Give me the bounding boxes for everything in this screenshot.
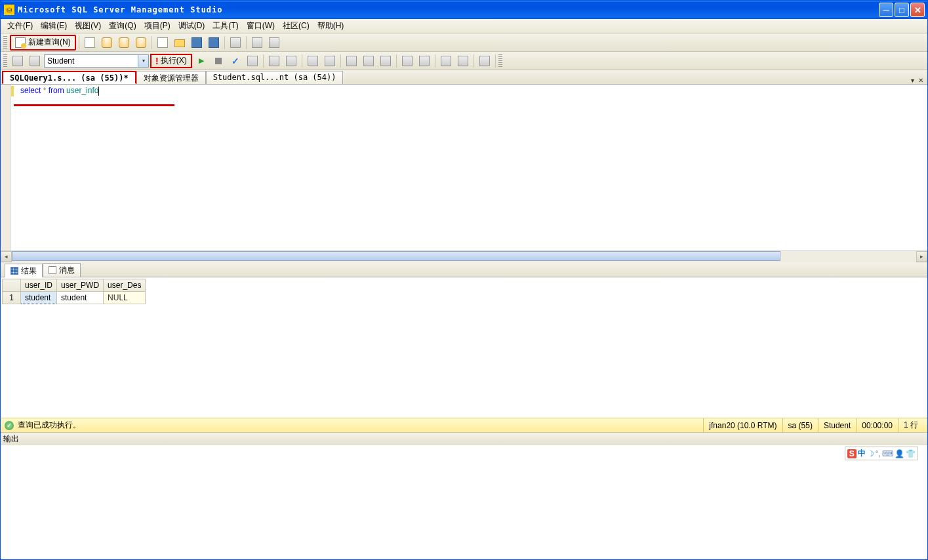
new-as-button[interactable] bbox=[116, 35, 132, 50]
menu-tools[interactable]: 工具(T) bbox=[209, 18, 242, 33]
ime-moon-icon[interactable]: ☽ bbox=[867, 449, 874, 458]
object-explorer-button[interactable] bbox=[266, 35, 282, 50]
editor-gutter bbox=[1, 85, 11, 250]
change-connection-button[interactable] bbox=[27, 53, 43, 69]
save-all-button[interactable] bbox=[206, 35, 222, 50]
messages-tab[interactable]: 消息 bbox=[43, 263, 81, 277]
activity-monitor-button[interactable] bbox=[228, 35, 243, 50]
results-to-file-button[interactable] bbox=[378, 53, 393, 69]
results-to-grid-button[interactable] bbox=[361, 53, 376, 69]
query-editor-pane: select * from user_info ◂ ▸ bbox=[1, 85, 927, 262]
new-de-button[interactable] bbox=[99, 35, 115, 50]
uncomment-icon bbox=[419, 56, 430, 66]
query-status-bar: ✓ 查询已成功执行。 jfnan20 (10.0 RTM) sa (55) St… bbox=[1, 418, 927, 432]
include-stats-button[interactable] bbox=[322, 53, 338, 69]
ime-toolbar[interactable]: S 中 ☽ °, ⌨ 👤 👕 bbox=[845, 447, 918, 460]
execute-button[interactable]: ! 执行(X) bbox=[150, 54, 192, 68]
keyword-from: from bbox=[49, 86, 64, 95]
new-ce-button[interactable] bbox=[133, 35, 149, 50]
open-file-button[interactable] bbox=[155, 35, 171, 50]
tab-sqlquery1[interactable]: SQLQuery1.s... (sa (55))* bbox=[2, 71, 136, 84]
grid-corner[interactable] bbox=[3, 279, 21, 292]
new-query-button[interactable]: 新建查询(N) bbox=[10, 35, 76, 50]
menu-window[interactable]: 窗口(W) bbox=[243, 18, 279, 33]
col-user-pwd[interactable]: user_PWD bbox=[57, 279, 104, 292]
document-tab-strip: SQLQuery1.s... (sa (55))* 对象资源管理器 Studen… bbox=[1, 70, 927, 85]
ime-keyboard-icon[interactable]: ⌨ bbox=[882, 449, 893, 458]
increase-indent-button[interactable] bbox=[455, 53, 471, 69]
servers-icon bbox=[252, 37, 262, 48]
menu-file[interactable]: 文件(F) bbox=[3, 18, 37, 33]
ime-punct-icon[interactable]: °, bbox=[876, 449, 881, 458]
editor-horizontal-scrollbar[interactable]: ◂ ▸ bbox=[1, 250, 927, 262]
minimize-button[interactable]: ─ bbox=[879, 3, 893, 17]
comment-button[interactable] bbox=[399, 53, 415, 69]
new-query-icon bbox=[15, 37, 26, 48]
menu-view[interactable]: 视图(V) bbox=[71, 18, 105, 33]
ime-language-icon[interactable]: 中 bbox=[858, 448, 866, 459]
stop-icon bbox=[215, 58, 222, 64]
open-folder-button[interactable] bbox=[172, 35, 188, 50]
toolbar2-grip2[interactable] bbox=[498, 54, 502, 68]
parse-button[interactable]: ✓ bbox=[228, 53, 243, 69]
toolbar2-grip[interactable] bbox=[3, 54, 7, 68]
page-icon bbox=[85, 37, 95, 48]
database-combo[interactable]: Student ▾ bbox=[44, 54, 149, 68]
tab-student-sql[interactable]: Student.sql...nt (sa (54)) bbox=[206, 71, 344, 84]
connect-button[interactable] bbox=[10, 53, 26, 69]
estimated-plan-button[interactable] bbox=[245, 53, 260, 69]
intellisense-button[interactable] bbox=[477, 53, 493, 69]
grid-icon bbox=[363, 56, 374, 66]
scroll-left-button[interactable]: ◂ bbox=[1, 251, 12, 262]
app-icon: ⛁ bbox=[4, 5, 14, 15]
execute-label: 执行(X) bbox=[161, 55, 187, 66]
save-icon bbox=[192, 37, 202, 48]
save-all-icon bbox=[209, 37, 219, 48]
output-panel-header[interactable]: 输出 bbox=[1, 432, 927, 445]
registered-servers-button[interactable] bbox=[249, 35, 265, 50]
cell-user-id[interactable]: student bbox=[21, 292, 57, 304]
ime-person-icon[interactable]: 👤 bbox=[895, 449, 904, 458]
menu-edit[interactable]: 编辑(E) bbox=[37, 18, 71, 33]
save-button[interactable] bbox=[189, 35, 205, 50]
sql-editor[interactable]: select * from user_info bbox=[1, 85, 927, 250]
output-label: 输出 bbox=[3, 433, 19, 445]
menu-help[interactable]: 帮助(H) bbox=[313, 18, 348, 33]
scroll-thumb[interactable] bbox=[12, 251, 780, 261]
toolbar-grip[interactable] bbox=[3, 36, 7, 49]
compact-icon bbox=[136, 37, 146, 48]
close-button[interactable]: ✕ bbox=[910, 3, 925, 17]
design-query-button[interactable] bbox=[266, 53, 282, 69]
close-tab-button[interactable]: ✕ bbox=[917, 77, 925, 84]
scroll-track[interactable] bbox=[12, 251, 916, 262]
window-title: Microsoft SQL Server Management Studio bbox=[18, 5, 879, 14]
active-files-dropdown[interactable]: ▾ bbox=[910, 77, 916, 84]
specify-template-button[interactable] bbox=[283, 53, 299, 69]
debug-button[interactable]: ▶ bbox=[193, 53, 209, 69]
title-bar: ⛁ Microsoft SQL Server Management Studio… bbox=[1, 1, 927, 19]
row-number[interactable]: 1 bbox=[3, 292, 21, 304]
grid-row-1[interactable]: 1 student student NULL bbox=[3, 292, 146, 304]
results-to-text-button[interactable] bbox=[344, 53, 359, 69]
decrease-indent-button[interactable] bbox=[438, 53, 454, 69]
cell-user-des[interactable]: NULL bbox=[104, 292, 146, 304]
status-success-icon: ✓ bbox=[5, 421, 14, 430]
col-user-des[interactable]: user_Des bbox=[104, 279, 146, 292]
col-user-id[interactable]: user_ID bbox=[21, 279, 57, 292]
cancel-query-button[interactable] bbox=[211, 53, 226, 69]
menu-debug[interactable]: 调试(D) bbox=[174, 18, 209, 33]
scroll-right-button[interactable]: ▸ bbox=[916, 251, 927, 262]
menu-query[interactable]: 查询(Q) bbox=[105, 18, 140, 33]
menu-project[interactable]: 项目(P) bbox=[140, 18, 174, 33]
maximize-button[interactable]: □ bbox=[895, 3, 909, 17]
cell-user-pwd[interactable]: student bbox=[57, 292, 104, 304]
include-plan-button[interactable] bbox=[305, 53, 321, 69]
ime-logo-icon[interactable]: S bbox=[847, 449, 857, 458]
uncomment-button[interactable] bbox=[416, 53, 432, 69]
results-tab[interactable]: 结果 bbox=[5, 264, 43, 277]
menu-community[interactable]: 社区(C) bbox=[279, 18, 313, 33]
ime-skin-icon[interactable]: 👕 bbox=[906, 449, 916, 458]
results-grid-wrap[interactable]: user_ID user_PWD user_Des 1 student stud… bbox=[1, 277, 927, 418]
tab-object-explorer[interactable]: 对象资源管理器 bbox=[136, 71, 206, 84]
new-file-button[interactable] bbox=[82, 35, 98, 50]
